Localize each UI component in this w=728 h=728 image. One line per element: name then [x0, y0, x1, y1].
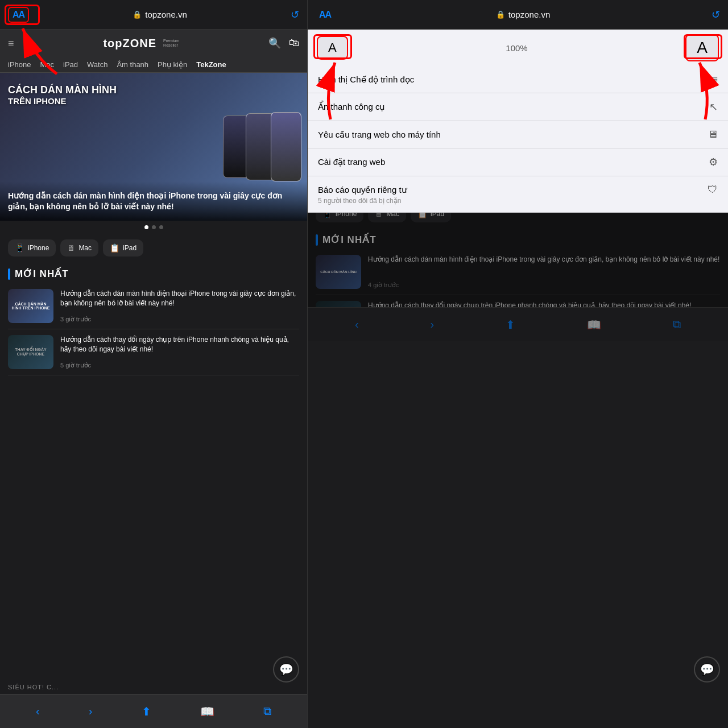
left-teaser-bar: SIÊU HOT! C...	[0, 680, 307, 694]
right-menu-reader-icon: ≡	[712, 73, 718, 85]
right-menu-website-settings[interactable]: Cài đặt trang web ⚙	[308, 148, 728, 176]
left-chip-ipad-label: iPad	[123, 244, 136, 252]
right-tabs-button: ⧉	[668, 313, 685, 336]
left-logo-text: topZONE	[103, 37, 156, 50]
right-menu-desktop-site[interactable]: Yêu cầu trang web cho máy tính 🖥	[308, 121, 728, 148]
right-article-1-thumb-inner: Cách dán màn hình	[316, 255, 361, 289]
left-article-2-time: 5 giờ trước	[60, 362, 299, 369]
left-search-icon[interactable]: 🔍	[268, 37, 281, 49]
right-dropdown-overlay: A 100% A Hiển thị Chế độ trình đọc ≡ Ẩn …	[308, 30, 728, 213]
left-article-1[interactable]: Cách dán màn hình trên iPhone Hướng dẫn …	[8, 283, 299, 329]
left-chip-iphone-icon: 📱	[15, 243, 24, 253]
right-back-button: ‹	[350, 313, 363, 336]
left-article-1-info: Hướng dẫn cách dán màn hình điện thoại i…	[60, 289, 299, 323]
right-menu-desktop-label: Yêu cầu trang web cho máy tính	[318, 130, 441, 140]
right-font-increase-button[interactable]: A	[685, 34, 719, 61]
right-menu-privacy[interactable]: Báo cáo quyền riêng tư 🛡 5 người theo dõ…	[308, 176, 728, 213]
left-dot-2	[152, 225, 156, 229]
right-address-bar: AA 🔒 topzone.vn ↺	[308, 0, 728, 30]
left-bookmarks-button[interactable]: 📖	[196, 700, 219, 723]
right-menu-hide-label: Ẩn thanh công cụ	[318, 102, 385, 112]
left-chip-iphone-label: iPhone	[28, 244, 49, 252]
left-article-list: Cách dán màn hình trên iPhone Hướng dẫn …	[0, 283, 307, 680]
left-article-2-title: Hướng dẫn cách thay đổi ngày chụp trên i…	[60, 335, 299, 354]
left-aa-button[interactable]: AA	[8, 7, 29, 23]
right-menu-hide-toolbar[interactable]: Ẩn thanh công cụ ↖	[308, 93, 728, 121]
right-url-area: 🔒 topzone.vn	[340, 10, 706, 19]
left-article-2-thumb-inner: Thay đổi ngày chụp iPhone	[8, 335, 53, 369]
left-chip-ipad[interactable]: 📋 iPad	[103, 239, 143, 257]
left-url-text: topzone.vn	[145, 10, 187, 19]
left-article-1-thumb: Cách dán màn hình trên iPhone	[8, 289, 53, 323]
left-cat-tekzone[interactable]: TekZone	[196, 60, 226, 69]
right-bottom-bar: ‹ › ⬆ 📖 ⧉	[308, 307, 728, 341]
left-lock-icon: 🔒	[133, 10, 142, 19]
right-section-accent	[316, 234, 318, 246]
left-article-1-thumb-inner: Cách dán màn hình trên iPhone	[8, 289, 53, 323]
left-cat-iphone[interactable]: iPhone	[8, 60, 31, 69]
left-section-title: MỚI NHẤT	[15, 268, 69, 280]
left-article-2[interactable]: Thay đổi ngày chụp iPhone Hướng dẫn cách…	[8, 329, 299, 375]
left-url-area: 🔒 topzone.vn	[35, 10, 285, 19]
right-section-title: MỚI NHẤT	[322, 234, 377, 246]
left-logo-area: topZONE Premium Reseller	[23, 37, 259, 50]
left-cat-ipad[interactable]: iPad	[63, 60, 78, 69]
left-chat-fab[interactable]: 💬	[273, 656, 299, 682]
left-article-2-info: Hướng dẫn cách thay đổi ngày chụp trên i…	[60, 335, 299, 369]
right-bookmarks-button: 📖	[582, 313, 606, 336]
right-menu-settings-icon: ⚙	[709, 156, 718, 168]
left-cart-icon[interactable]: 🛍	[289, 37, 299, 49]
left-back-button[interactable]: ‹	[31, 700, 44, 722]
left-dot-3	[159, 225, 163, 229]
right-article-1-title: Hướng dẫn cách dán màn hình điện thoại i…	[368, 255, 720, 264]
left-hero-title-area: CÁCH DÁN MÀN HÌNH TRÊN IPHONE	[8, 84, 117, 106]
right-article-1: Cách dán màn hình Hướng dẫn cách dán màn…	[316, 249, 720, 295]
right-menu-privacy-icon: 🛡	[708, 184, 718, 196]
left-article-1-time: 3 giờ trước	[60, 316, 299, 323]
left-nav-bar: ≡ topZONE Premium Reseller 🔍 🛍	[0, 30, 307, 57]
right-url-text: topzone.vn	[508, 10, 550, 19]
left-chip-iphone[interactable]: 📱 iPhone	[8, 239, 56, 257]
right-article-1-info: Hướng dẫn cách dán màn hình điện thoại i…	[368, 255, 720, 289]
left-panel: AA 🔒 topzone.vn ↺ ≡ topZONE Premium Rese…	[0, 0, 307, 728]
right-article-1-thumb: Cách dán màn hình	[316, 255, 361, 289]
left-reload-button[interactable]: ↺	[291, 9, 299, 21]
left-cat-am-thanh[interactable]: Âm thanh	[117, 60, 148, 69]
left-tabs-button[interactable]: ⧉	[259, 700, 276, 722]
left-cat-mac[interactable]: Mac	[40, 60, 54, 69]
right-reload-button[interactable]: ↺	[712, 9, 720, 21]
right-section-header: MỚI NHẤT	[308, 228, 728, 249]
right-panel: AA 🔒 topzone.vn ↺ A 100% A Hiển thị Chế …	[308, 0, 728, 728]
right-font-percent: 100%	[506, 43, 527, 53]
left-chip-bar: 📱 iPhone 🖥 Mac 📋 iPad	[0, 234, 307, 262]
left-cat-phu-kien[interactable]: Phụ kiện	[158, 60, 187, 69]
left-chip-mac[interactable]: 🖥 Mac	[60, 239, 98, 257]
right-font-size-bar: A 100% A	[308, 30, 728, 66]
right-menu-hide-icon: ↖	[709, 101, 718, 113]
left-hero-overlay: Hướng dẫn cách dán màn hình điện thoại i…	[0, 181, 307, 221]
left-reseller-label: Reseller	[163, 43, 179, 48]
left-chip-mac-label: Mac	[78, 244, 92, 252]
right-chat-fab[interactable]: 💬	[694, 656, 720, 682]
left-carousel-dots	[0, 221, 307, 234]
right-font-decrease-button[interactable]: A	[317, 36, 348, 60]
right-lock-icon: 🔒	[496, 10, 505, 19]
left-forward-button[interactable]: ›	[84, 700, 97, 722]
right-menu-desktop-icon: 🖥	[708, 129, 718, 140]
right-aa-button[interactable]: AA	[316, 8, 334, 22]
left-hero-title: CÁCH DÁN MÀN HÌNH	[8, 84, 117, 96]
left-chip-mac-icon: 🖥	[67, 243, 75, 253]
left-share-button[interactable]: ⬆	[137, 700, 156, 723]
right-dropdown-menu: Hiển thị Chế độ trình đọc ≡ Ẩn thanh côn…	[308, 66, 728, 213]
right-menu-reader-label: Hiển thị Chế độ trình đọc	[318, 75, 414, 85]
left-section-accent	[8, 268, 10, 280]
right-article-1-time: 4 giờ trước	[368, 282, 720, 289]
left-dot-1	[144, 225, 148, 229]
right-menu-privacy-label: Báo cáo quyền riêng tư	[318, 185, 407, 195]
right-menu-reader-mode[interactable]: Hiển thị Chế độ trình đọc ≡	[308, 66, 728, 93]
left-hamburger-icon[interactable]: ≡	[8, 38, 14, 49]
left-article-1-title: Hướng dẫn cách dán màn hình điện thoại i…	[60, 289, 299, 308]
left-hero-banner: CÁCH DÁN MÀN HÌNH TRÊN IPHONE Hướng dẫn …	[0, 73, 307, 221]
left-cat-watch[interactable]: Watch	[87, 60, 107, 69]
left-chip-ipad-icon: 📋	[110, 243, 119, 253]
